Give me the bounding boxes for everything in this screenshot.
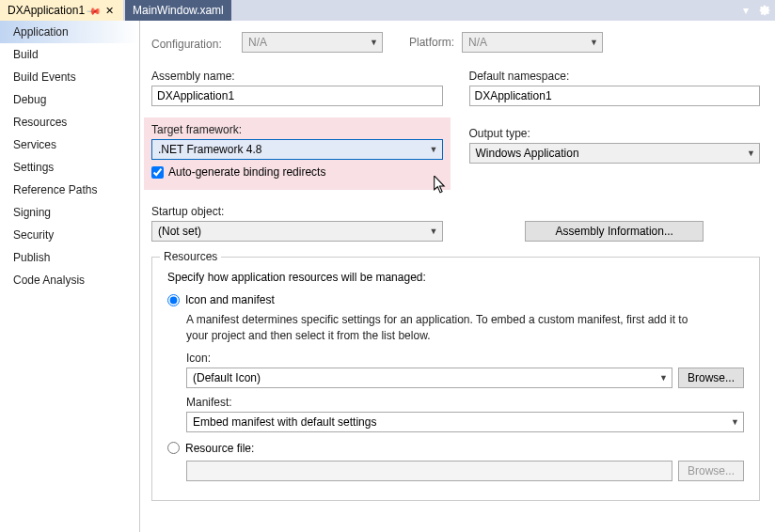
output-type-label: Output type:	[469, 127, 761, 140]
resource-file-browse-button: Browse...	[678, 461, 744, 481]
resource-file-input	[186, 461, 672, 481]
chevron-down-icon: ▼	[731, 417, 739, 427]
configuration-combo: N/A▼	[242, 32, 383, 53]
resources-group: Resources Specify how application resour…	[151, 257, 760, 501]
sidebar-item-signing[interactable]: Signing	[0, 201, 139, 224]
sidebar-item-resources[interactable]: Resources	[0, 111, 139, 133]
target-framework-combo[interactable]: .NET Framework 4.8▼	[151, 139, 443, 160]
startup-object-combo[interactable]: (Not set)▼	[151, 221, 443, 242]
auto-binding-redirects-checkbox[interactable]	[151, 166, 164, 179]
tab-mainwindow[interactable]: MainWindow.xaml	[125, 0, 231, 21]
icon-manifest-label: Icon and manifest	[185, 293, 275, 306]
assembly-information-button[interactable]: Assembly Information...	[525, 221, 704, 242]
sidebar-item-code-analysis[interactable]: Code Analysis	[0, 269, 139, 291]
icon-manifest-radio[interactable]	[167, 294, 180, 306]
assembly-name-label: Assembly name:	[151, 70, 443, 83]
sidebar-item-services[interactable]: Services	[0, 133, 139, 156]
chevron-down-icon: ▼	[747, 149, 755, 158]
resource-file-label: Resource file:	[185, 442, 254, 455]
sidebar-item-security[interactable]: Security	[0, 224, 139, 246]
tab-dxapplication1[interactable]: DXApplication1 📌 ✕	[0, 0, 123, 21]
default-namespace-label: Default namespace:	[469, 70, 761, 83]
application-page: Configuration: N/A▼ Platform: N/A▼ Assem…	[140, 21, 775, 532]
sidebar-item-settings[interactable]: Settings	[0, 156, 139, 179]
auto-binding-redirects-label: Auto-generate binding redirects	[168, 165, 325, 179]
tab-overflow-dropdown[interactable]: ▾	[737, 0, 754, 21]
configuration-label: Configuration:	[151, 34, 234, 51]
target-framework-label: Target framework:	[151, 123, 443, 136]
default-namespace-input[interactable]	[469, 86, 761, 106]
sidebar-item-build[interactable]: Build	[0, 43, 139, 66]
target-framework-highlight: Target framework: .NET Framework 4.8▼ Au…	[144, 117, 451, 190]
platform-combo: N/A▼	[462, 32, 603, 53]
chevron-down-icon: ▼	[430, 227, 438, 236]
tab-label: DXApplication1	[8, 4, 85, 17]
output-type-combo[interactable]: Windows Application▼	[469, 143, 761, 164]
platform-label: Platform:	[409, 36, 454, 49]
startup-object-label: Startup object:	[151, 205, 443, 218]
icon-label: Icon:	[186, 352, 744, 365]
close-icon[interactable]: ✕	[103, 5, 116, 17]
icon-browse-button[interactable]: Browse...	[678, 368, 744, 388]
manifest-combo[interactable]: Embed manifest with default settings▼	[186, 412, 744, 432]
resource-file-radio[interactable]	[167, 442, 180, 454]
assembly-name-input[interactable]	[151, 86, 443, 106]
document-tab-strip: DXApplication1 📌 ✕ MainWindow.xaml ▾	[0, 0, 775, 21]
sidebar-item-publish[interactable]: Publish	[0, 246, 139, 269]
manifest-description: A manifest determines specific settings …	[186, 312, 713, 344]
tab-label: MainWindow.xaml	[133, 4, 224, 17]
manifest-label: Manifest:	[186, 396, 744, 409]
chevron-down-icon: ▼	[659, 373, 668, 383]
sidebar-item-debug[interactable]: Debug	[0, 88, 139, 111]
sidebar-item-application[interactable]: Application	[0, 21, 139, 43]
sidebar-item-reference-paths[interactable]: Reference Paths	[0, 179, 139, 201]
sidebar-item-build-events[interactable]: Build Events	[0, 66, 139, 88]
chevron-down-icon: ▼	[430, 145, 438, 154]
icon-combo[interactable]: (Default Icon)▼	[186, 368, 672, 388]
resources-description: Specify how application resources will b…	[167, 271, 744, 284]
project-properties-sidebar: Application Build Build Events Debug Res…	[0, 21, 140, 532]
pin-icon[interactable]: 📌	[87, 3, 102, 18]
tab-settings-gear-icon[interactable]	[756, 0, 773, 21]
resources-group-title: Resources	[160, 250, 221, 263]
